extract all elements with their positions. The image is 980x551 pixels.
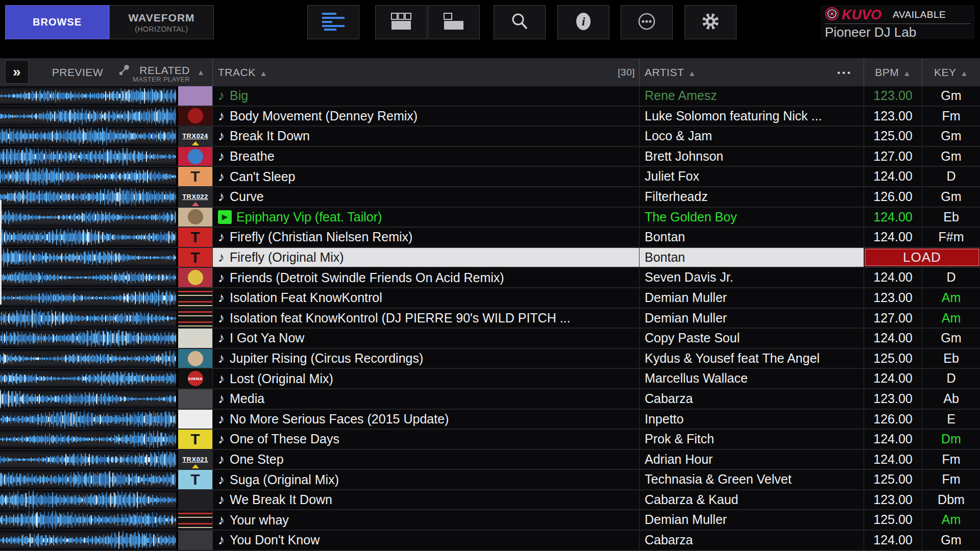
- waveform-preview[interactable]: [0, 349, 176, 368]
- track-title: Body Movement (Denney Remix): [230, 109, 418, 123]
- track-cell[interactable]: ♪Curve: [212, 187, 639, 207]
- track-cell[interactable]: ♪Friends (Detroit Swindle Friends On Aci…: [212, 268, 639, 287]
- track-row[interactable]: ♪BigRene Amesz123.00Gm: [0, 86, 980, 107]
- waveform-preview[interactable]: [0, 127, 176, 146]
- track-cell[interactable]: ♪One of These Days: [212, 430, 639, 449]
- waveform-preview[interactable]: [0, 187, 176, 207]
- waveform-preview[interactable]: [0, 309, 176, 328]
- waveform-preview[interactable]: [0, 510, 176, 530]
- track-cell[interactable]: ♪Isolation Feat KnowKontrol: [212, 288, 639, 308]
- expand-panel-button[interactable]: »: [5, 60, 29, 84]
- track-cell[interactable]: ♪Firefly (Original Mix): [212, 248, 639, 267]
- track-row[interactable]: ♪Your whayDemian Muller125.00Am: [0, 510, 980, 531]
- track-row[interactable]: ♪No More Serious Faces (2015 Update)Inpe…: [0, 410, 980, 430]
- track-title: Curve: [230, 189, 264, 204]
- track-row[interactable]: TRX021♪One StepAdrian Hour124.00Fm: [0, 450, 980, 470]
- info-button[interactable]: i: [557, 5, 609, 39]
- search-button[interactable]: [494, 5, 546, 39]
- track-row[interactable]: SIMMA♪Lost (Original Mix)Marcellus Walla…: [0, 369, 980, 389]
- waveform-preview[interactable]: [0, 450, 176, 469]
- track-cell[interactable]: ♪Firefly (Christian Nielsen Remix): [212, 228, 639, 247]
- track-cell[interactable]: ♪Lost (Original Mix): [212, 369, 639, 388]
- track-row[interactable]: ▶Epiphany Vip (feat. Tailor)The Golden B…: [0, 208, 980, 228]
- sort-asc-icon: ▲: [197, 58, 205, 86]
- track-row[interactable]: T♪Firefly (Original Mix)BontanLOAD: [0, 248, 980, 268]
- column-header-artist[interactable]: ARTIST▲ •••: [639, 58, 864, 86]
- waveform-preview[interactable]: [0, 531, 176, 550]
- track-row[interactable]: TRX024♪Break It DownLoco & Jam125.00Gm: [0, 127, 980, 147]
- waveform-preview[interactable]: [0, 470, 176, 489]
- track-cell[interactable]: ♪Jupiter Rising (Circus Recordings): [212, 349, 639, 368]
- track-cell[interactable]: ♪One Step: [212, 450, 639, 469]
- track-cell[interactable]: ♪Can't Sleep: [212, 167, 639, 186]
- track-cell[interactable]: ♪You Don't Know: [212, 531, 639, 550]
- waveform-preview[interactable]: [0, 329, 176, 348]
- scroll-position-indicator[interactable]: [0, 200, 2, 305]
- waveform-preview[interactable]: [0, 288, 176, 308]
- note-icon: ♪: [218, 330, 225, 346]
- track-cell[interactable]: ♪Break It Down: [212, 127, 639, 146]
- settings-button[interactable]: [684, 5, 737, 39]
- track-cell[interactable]: ♪Isolation feat KnowKontrol (DJ PIERRE 9…: [212, 309, 639, 328]
- track-cell[interactable]: ♪We Break It Down: [212, 490, 639, 510]
- track-row[interactable]: ♪BreatheBrett Johnson127.00Gm: [0, 147, 980, 167]
- load-button[interactable]: LOAD: [864, 248, 980, 267]
- waveform-preview[interactable]: [0, 107, 176, 126]
- track-cell[interactable]: ♪Breathe: [212, 147, 639, 166]
- browse-tab[interactable]: BROWSE: [5, 5, 109, 39]
- track-row[interactable]: T♪One of These DaysProk & Fitch124.00Dm: [0, 430, 980, 450]
- waveform-preview[interactable]: [0, 208, 176, 227]
- waveform-preview[interactable]: [0, 410, 176, 429]
- track-cell[interactable]: ▶Epiphany Vip (feat. Tailor): [212, 208, 639, 227]
- track-row[interactable]: T♪Firefly (Christian Nielsen Remix)Bonta…: [0, 228, 980, 248]
- waveform-preview[interactable]: [0, 369, 176, 388]
- master-player-label: MASTER PLAYER: [133, 76, 190, 83]
- track-row[interactable]: ♪Friends (Detroit Swindle Friends On Aci…: [0, 268, 980, 288]
- track-row[interactable]: T♪Suga (Original Mix)Technasia & Green V…: [0, 470, 980, 490]
- track-bpm: 124.00: [864, 268, 922, 287]
- track-row[interactable]: ♪We Break It DownCabarza & Kaud123.00Dbm: [0, 490, 980, 511]
- track-key: Gm: [922, 147, 980, 166]
- album-art: TRX022: [178, 187, 212, 207]
- column-header-track[interactable]: TRACK▲ [30]: [212, 58, 639, 86]
- waveform-tab[interactable]: WAVEFORM (HORIZONTAL): [109, 5, 214, 39]
- waveform-preview[interactable]: [0, 430, 176, 449]
- column-header-preview[interactable]: PREVIEW: [47, 58, 108, 86]
- track-title: Break It Down: [230, 129, 310, 143]
- track-row[interactable]: TRX022♪CurveFilterheadz126.00Gm: [0, 187, 980, 208]
- track-row[interactable]: ♪I Got Ya NowCopy Paste Soul124.00Gm: [0, 329, 980, 349]
- column-header-key[interactable]: KEY▲: [922, 58, 980, 86]
- track-cell[interactable]: ♪No More Serious Faces (2015 Update): [212, 410, 639, 429]
- more-options-button[interactable]: [621, 5, 673, 39]
- track-row[interactable]: ♪Body Movement (Denney Remix)Luke Solomo…: [0, 107, 980, 127]
- track-row[interactable]: ♪You Don't KnowCabarza124.00Gm: [0, 531, 980, 551]
- split-view-button[interactable]: [428, 5, 480, 39]
- track-bpm: 125.00: [864, 349, 922, 368]
- track-row[interactable]: ♪Isolation Feat KnowKontrolDemian Muller…: [0, 288, 980, 309]
- waveform-preview[interactable]: [0, 490, 176, 510]
- waveform-preview[interactable]: [0, 389, 176, 409]
- waveform-preview[interactable]: [0, 86, 176, 106]
- track-row[interactable]: T♪Can't SleepJuliet Fox124.00D: [0, 167, 980, 187]
- track-cell[interactable]: ♪Suga (Original Mix): [212, 470, 639, 489]
- waveform-preview[interactable]: [0, 147, 176, 166]
- list-view-button[interactable]: [307, 5, 359, 39]
- track-count-badge: [30]: [618, 58, 635, 86]
- track-cell[interactable]: ♪I Got Ya Now: [212, 329, 639, 348]
- track-cell[interactable]: ♪Body Movement (Denney Remix): [212, 107, 639, 126]
- waveform-preview[interactable]: [0, 167, 176, 186]
- waveform-preview[interactable]: [0, 228, 176, 247]
- track-cell[interactable]: ♪Your whay: [212, 510, 639, 530]
- waveform-preview[interactable]: [0, 268, 176, 287]
- column-options-icon[interactable]: •••: [837, 59, 852, 87]
- column-header-related[interactable]: RELATED MASTER PLAYER ▲: [118, 58, 205, 86]
- column-header-bpm[interactable]: BPM▲: [864, 58, 922, 86]
- track-cell[interactable]: ♪Big: [212, 86, 639, 106]
- track-row[interactable]: ♪Isolation feat KnowKontrol (DJ PIERRE 9…: [0, 309, 980, 329]
- grid-3-view-button[interactable]: [375, 5, 427, 39]
- track-row[interactable]: ♪Jupiter Rising (Circus Recordings)Kydus…: [0, 349, 980, 369]
- track-key: F#m: [922, 228, 980, 247]
- waveform-preview[interactable]: [0, 248, 176, 267]
- track-cell[interactable]: ♪Media: [212, 389, 639, 409]
- track-row[interactable]: ♪MediaCabarza123.00Ab: [0, 389, 980, 410]
